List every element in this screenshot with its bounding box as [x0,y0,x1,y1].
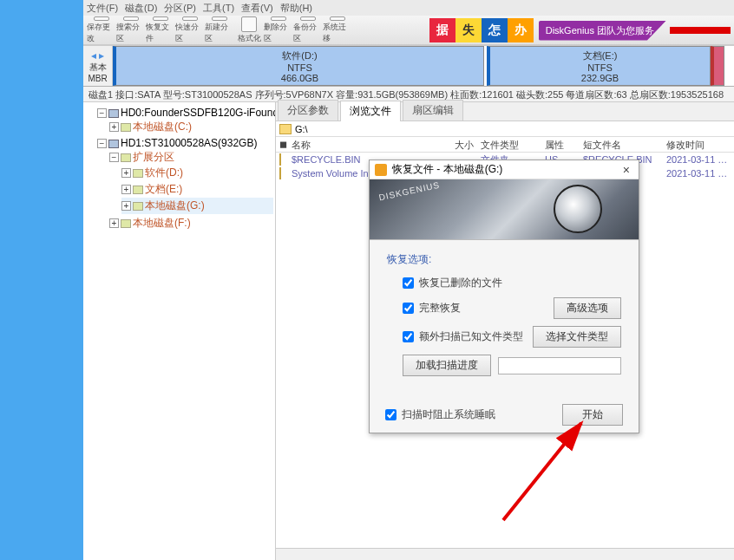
tab-sector-edit[interactable]: 扇区编辑 [403,100,463,120]
app-icon [375,164,387,176]
tb-backup[interactable]: 备份分区 [293,16,323,44]
strip-meta: ◂ ▸ 基本 MBR [83,46,113,86]
tree-vol-g[interactable]: 本地磁盘(G:) [145,199,205,212]
disk-tree: −HD0:FounderSSDFB120G-iFound(112G +本地磁盘(… [83,102,276,560]
promo-char-1: 据 [429,18,455,42]
tb-search[interactable]: 搜索分区 [116,16,146,44]
toggle-icon[interactable]: + [109,122,119,132]
menu-disk[interactable]: 磁盘(D) [125,2,157,15]
quickpart-icon [182,16,198,21]
partition-e-size: 232.9GB [581,73,619,83]
menu-view[interactable]: 查看(V) [241,2,273,15]
partition-tail[interactable] [711,46,724,86]
btn-select-types[interactable]: 选择文件类型 [533,326,621,348]
folder-icon [279,124,292,134]
progress-path-input[interactable] [498,357,621,374]
close-icon[interactable]: × [619,163,633,177]
tb-migrate[interactable]: 系统迁移 [323,16,352,44]
menu-bar: 文件(F) 磁盘(D) 分区(P) 工具(T) 查看(V) 帮助(H) [83,0,734,16]
promo-char-4: 办 [508,18,534,42]
tb-newpart[interactable]: 新建分区 [205,16,234,44]
tb-delete[interactable]: 删除分区 [264,16,293,44]
tabs: 分区参数 浏览文件 扇区编辑 [276,102,734,121]
toggle-icon[interactable]: − [109,153,119,162]
col-type[interactable]: 文件类型 [477,137,541,152]
newpart-icon [212,16,227,21]
col-size[interactable]: 大小 [427,137,477,152]
toggle-icon[interactable]: + [121,201,131,211]
toggle-icon[interactable]: + [109,218,119,228]
toggle-icon[interactable]: − [97,108,107,118]
tree-vol-f[interactable]: 本地磁盘(F:) [133,217,191,229]
save-icon [94,16,109,21]
tb-quickpart[interactable]: 快速分区 [175,16,205,44]
partition-strip: ◂ ▸ 基本 MBR 软件(D:) NTFS 466.0GB 文档(E:) NT… [83,45,734,87]
recover-icon [153,16,168,21]
cb-prevent-sleep[interactable]: 扫描时阻止系统睡眠 [385,407,495,422]
tree-vol-d[interactable]: 软件(D:) [145,166,183,179]
tb-format[interactable]: 格式化 [234,16,264,44]
format-icon [241,16,257,32]
tree-hd0[interactable]: HD0:FounderSSDFB120G-iFound(112G [121,107,276,119]
tree-hd1[interactable]: HD1:ST31000528AS(932GB) [121,137,257,149]
disk-icon [108,140,119,148]
tree-ext[interactable]: 扩展分区 [133,151,174,163]
volume-icon [133,202,143,211]
col-time[interactable]: 修改时间 [663,137,734,152]
file-header: ◼ 名称 大小 文件类型 属性 短文件名 修改时间 [276,137,734,153]
search-icon [123,16,139,21]
tb-save[interactable]: 保存更改 [87,16,116,44]
cb-full-recover[interactable]: 完整恢复 [403,301,461,316]
ext-part-icon [121,153,131,162]
col-name[interactable]: 名称 [288,137,427,152]
partition-d[interactable]: 软件(D:) NTFS 466.0GB [113,46,484,86]
horizontal-scrollbar[interactable] [276,548,734,560]
volume-icon [121,123,131,132]
path-bar: G:\ [276,121,734,137]
folder-icon [279,167,281,179]
menu-partition[interactable]: 分区(P) [164,2,196,15]
btn-start[interactable]: 开始 [562,404,623,426]
col-icon[interactable]: ◼ [276,137,288,152]
promo-tag: DiskGenius 团队为您服务 [539,21,666,41]
partition-e[interactable]: 文档(E:) NTFS 232.9GB [487,46,711,86]
partition-d-name: 软件(D:) [282,49,317,62]
promo-char-2: 失 [455,18,482,42]
menu-tools[interactable]: 工具(T) [203,2,234,15]
delete-icon [271,16,286,21]
tree-vol-e[interactable]: 文档(E:) [145,183,182,195]
menu-file[interactable]: 文件(F) [87,2,118,15]
migrate-icon [330,16,345,21]
partition-d-fs: NTFS [287,62,312,73]
cb-recover-deleted[interactable]: 恢复已删除的文件 [403,276,502,290]
toggle-icon[interactable]: + [121,168,131,178]
dialog-hero-image [370,179,639,240]
tab-browse-files[interactable]: 浏览文件 [340,101,401,121]
tree-vol-c[interactable]: 本地磁盘(C:) [133,120,192,133]
disk-platter-icon [554,185,602,233]
btn-advanced[interactable]: 高级选项 [554,297,621,319]
promo-banner: 据 失 怎 办 DiskGenius 团队为您服务 [429,16,731,45]
promo-char-3: 怎 [482,18,508,42]
toggle-icon[interactable]: + [121,185,131,194]
disk-icon [108,109,119,118]
current-path: G:\ [295,124,308,134]
cb-scan-known-types[interactable]: 额外扫描已知文件类型 [403,329,523,344]
btn-load-progress[interactable]: 加载扫描进度 [403,355,491,376]
toggle-icon[interactable]: − [97,139,107,148]
volume-icon [133,186,143,194]
menu-help[interactable]: 帮助(H) [280,2,312,15]
col-attr[interactable]: 属性 [541,137,580,152]
tb-recover[interactable]: 恢复文件 [146,16,175,44]
tab-partition-params[interactable]: 分区参数 [278,100,338,120]
nav-arrows-icon[interactable]: ◂ ▸ [91,49,104,62]
recover-dialog: 恢复文件 - 本地磁盘(G:) × 恢复选项: 恢复已删除的文件 完整恢复 高级… [369,160,639,433]
toolbar: 保存更改 搜索分区 恢复文件 快速分区 新建分区 格式化 删除分区 备份分区 系… [83,16,734,45]
volume-icon [121,219,131,228]
section-label: 恢复选项: [387,252,621,267]
partition-d-size: 466.0GB [281,73,318,83]
partition-e-name: 文档(E:) [583,49,618,62]
dialog-titlebar[interactable]: 恢复文件 - 本地磁盘(G:) × [370,160,639,179]
folder-icon [279,153,281,166]
col-short[interactable]: 短文件名 [580,137,663,152]
